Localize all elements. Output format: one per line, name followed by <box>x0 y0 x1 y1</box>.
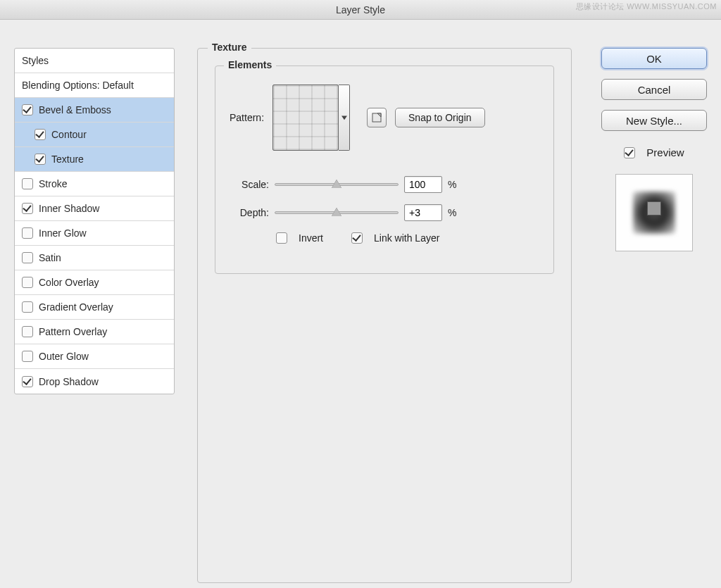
style-label: Gradient Overlay <box>39 301 113 313</box>
pattern-swatch <box>272 85 339 151</box>
checkbox-icon[interactable] <box>22 178 33 189</box>
new-style-button[interactable]: New Style... <box>601 110 707 131</box>
blending-options-label: Blending Options: Default <box>22 80 134 91</box>
texture-panel: Texture Elements Pattern: <box>197 48 572 583</box>
checkbox-icon[interactable] <box>22 301 33 313</box>
cancel-label: Cancel <box>638 84 671 96</box>
checkbox-icon[interactable] <box>624 147 635 158</box>
style-bevel-emboss[interactable]: Bevel & Emboss <box>15 98 174 123</box>
style-outer-glow[interactable]: Outer Glow <box>15 344 174 369</box>
style-inner-glow[interactable]: Inner Glow <box>15 221 174 246</box>
pattern-picker[interactable] <box>272 85 350 151</box>
invert-label: Invert <box>299 232 323 244</box>
snap-to-origin-button[interactable]: Snap to Origin <box>395 108 485 127</box>
preview-label: Preview <box>646 146 684 158</box>
style-label: Satin <box>39 252 61 263</box>
checkbox-icon[interactable] <box>22 326 33 337</box>
preview-thumbnail <box>615 174 693 251</box>
scale-input[interactable] <box>404 176 442 193</box>
cancel-button[interactable]: Cancel <box>601 79 707 100</box>
checkbox-icon[interactable] <box>22 376 33 387</box>
scale-label: Scale: <box>230 179 269 190</box>
style-pattern-overlay[interactable]: Pattern Overlay <box>15 320 174 344</box>
style-stroke[interactable]: Stroke <box>15 172 174 196</box>
window-title: Layer Style <box>336 4 385 15</box>
scale-row: Scale: % <box>230 176 546 193</box>
snap-label: Snap to Origin <box>408 112 472 123</box>
checkbox-icon[interactable] <box>22 203 33 214</box>
ok-button[interactable]: OK <box>601 48 707 69</box>
checkbox-icon[interactable] <box>22 252 33 263</box>
page-corner-icon <box>372 113 382 123</box>
right-buttons: OK Cancel New Style... Preview <box>601 48 707 251</box>
checkbox-icon[interactable] <box>22 351 33 362</box>
checkbox-icon[interactable] <box>276 232 287 244</box>
watermark-text: 思缘设计论坛 WWW.MISSYUAN.COM <box>576 1 717 12</box>
style-color-overlay[interactable]: Color Overlay <box>15 270 174 295</box>
styles-header[interactable]: Styles <box>15 49 174 73</box>
elements-group: Elements Pattern: Snap to Origin <box>215 65 554 274</box>
pattern-row: Pattern: Snap to Origin <box>230 85 546 151</box>
pattern-dropdown-button[interactable] <box>339 85 350 151</box>
pattern-label: Pattern: <box>230 112 264 123</box>
dialog-body: Styles Blending Options: Default Bevel &… <box>0 20 721 588</box>
slider-thumb-icon[interactable] <box>332 208 341 216</box>
checkbox-icon[interactable] <box>351 232 363 244</box>
style-label: Pattern Overlay <box>39 326 107 337</box>
checkbox-icon[interactable] <box>35 154 46 165</box>
style-label: Inner Glow <box>39 227 87 239</box>
style-label: Contour <box>51 129 87 140</box>
blending-options-row[interactable]: Blending Options: Default <box>15 73 174 98</box>
style-satin[interactable]: Satin <box>15 246 174 270</box>
style-label: Bevel & Emboss <box>39 104 111 115</box>
elements-title: Elements <box>224 59 276 70</box>
style-label: Inner Shadow <box>39 203 99 214</box>
scale-unit: % <box>448 179 456 190</box>
new-style-label: New Style... <box>626 115 682 127</box>
ok-label: OK <box>646 53 662 65</box>
scale-slider[interactable] <box>275 183 399 186</box>
style-gradient-overlay[interactable]: Gradient Overlay <box>15 295 174 320</box>
depth-unit: % <box>448 207 456 218</box>
svg-marker-0 <box>341 116 347 120</box>
depth-slider[interactable] <box>275 211 399 214</box>
link-label: Link with Layer <box>374 232 439 244</box>
style-label: Stroke <box>39 178 67 189</box>
style-contour[interactable]: Contour <box>15 123 174 147</box>
texture-checks-row: Invert Link with Layer <box>276 232 439 244</box>
checkbox-icon[interactable] <box>22 227 33 239</box>
style-label: Drop Shadow <box>39 376 99 387</box>
new-preset-button[interactable] <box>367 108 387 127</box>
slider-thumb-icon[interactable] <box>332 180 341 188</box>
preview-graphic <box>647 201 661 215</box>
depth-row: Depth: % <box>230 204 546 221</box>
checkbox-icon[interactable] <box>22 104 33 115</box>
style-inner-shadow[interactable]: Inner Shadow <box>15 196 174 221</box>
styles-header-label: Styles <box>22 55 49 66</box>
invert-check[interactable]: Invert <box>276 232 323 244</box>
texture-title: Texture <box>208 42 251 53</box>
checkbox-icon[interactable] <box>22 277 33 288</box>
preview-check[interactable]: Preview <box>624 146 684 158</box>
link-with-layer-check[interactable]: Link with Layer <box>351 232 439 244</box>
style-texture[interactable]: Texture <box>15 147 174 172</box>
style-drop-shadow[interactable]: Drop Shadow <box>15 369 174 394</box>
style-label: Color Overlay <box>39 277 99 288</box>
depth-label: Depth: <box>230 207 269 218</box>
style-label: Outer Glow <box>39 351 89 362</box>
checkbox-icon[interactable] <box>35 129 46 140</box>
style-label: Texture <box>51 154 84 165</box>
styles-panel: Styles Blending Options: Default Bevel &… <box>14 48 175 394</box>
depth-input[interactable] <box>404 204 442 221</box>
